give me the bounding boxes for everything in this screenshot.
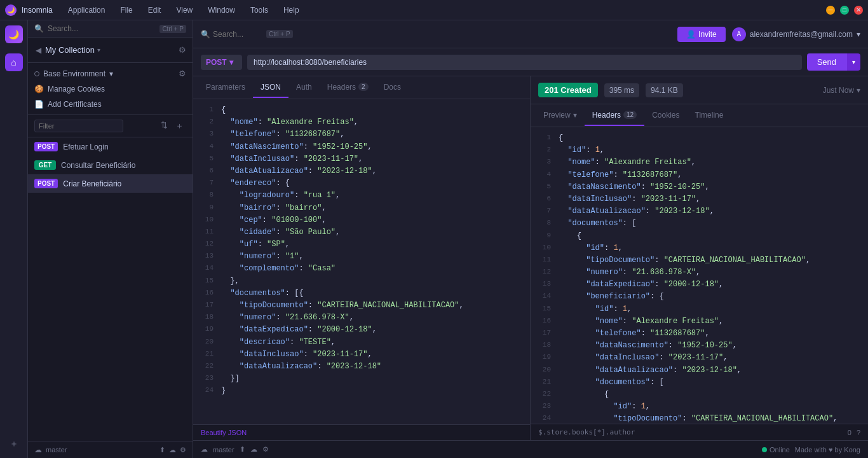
response-headers-count-badge: 12	[623, 111, 637, 119]
search-bar: 🔍 Ctrl + P	[28, 20, 193, 38]
tab-preview-label: Preview	[543, 111, 571, 120]
manage-cookies-left: 🍪 Manage Cookies	[34, 85, 105, 94]
request-name: Criar Beneficiário	[63, 179, 121, 188]
settings-bottom-icon[interactable]: ⚙	[262, 445, 269, 454]
help-icon[interactable]: ?	[857, 429, 860, 436]
add-request-icon[interactable]: ＋	[173, 119, 186, 133]
menu-edit[interactable]: Edit	[146, 4, 164, 16]
cloud-icon: ☁	[34, 445, 42, 454]
gear-icon[interactable]: ⚙	[179, 45, 186, 55]
minimize-button[interactable]: ─	[826, 6, 835, 15]
menu-tools[interactable]: Tools	[248, 4, 271, 16]
main-content: 🔍 Ctrl + P 👤 Invite A alexandremfreitas@…	[193, 20, 868, 458]
code-line: 19 "dataExpedicao": "2000-12-18",	[193, 324, 530, 336]
tab-headers-label: Headers	[327, 83, 356, 92]
sidebar-header-left: ◀ My Collection ▾	[34, 45, 100, 56]
tab-preview-chevron-icon: ▾	[573, 111, 577, 120]
titlebar-menu: Application File Edit View Window Tools …	[65, 4, 302, 16]
tab-docs[interactable]: Docs	[376, 78, 409, 98]
search-shortcut: Ctrl + P	[159, 25, 186, 33]
code-line: 6 "dataAtualizacao": "2023-12-18",	[193, 165, 530, 177]
collapse-button[interactable]: ◀	[34, 45, 43, 56]
response-body-viewer: 1{ 2 "id": 1, 3 "nome": "Alexandre Freit…	[531, 127, 868, 424]
status-badge: 201 Created	[538, 83, 598, 97]
request-body-editor[interactable]: 1{ 2 "nome": "Alexandre Freitas", 3 "tel…	[193, 99, 530, 424]
tab-response-headers[interactable]: Headers 12	[585, 106, 644, 126]
headers-count-badge: 2	[358, 83, 369, 91]
split-pane: Parameters JSON Auth Headers 2 Docs	[193, 76, 868, 440]
beautify-json-label[interactable]: Beautify JSON	[201, 429, 247, 436]
send-button[interactable]: Send	[807, 53, 846, 71]
tab-headers[interactable]: Headers 2	[320, 78, 376, 98]
method-badge-post: POST	[34, 142, 58, 151]
invite-icon: 👤	[686, 30, 696, 39]
tab-cookies[interactable]: Cookies	[644, 106, 687, 126]
env-section: Base Environment ▾ ⚙ 🍪 Manage Cookies 📄 …	[28, 63, 193, 115]
branch-label: master	[213, 446, 234, 454]
list-item[interactable]: POST Efetuar Login	[28, 137, 193, 156]
manage-cookies-item[interactable]: 🍪 Manage Cookies	[28, 81, 193, 97]
add-icon-button[interactable]: ＋	[5, 435, 23, 453]
env-gear-icon[interactable]: ⚙	[179, 69, 186, 78]
code-line: 1{	[193, 104, 530, 116]
list-item[interactable]: POST Criar Beneficiário	[28, 174, 193, 193]
code-line: 4 "dataNascimento": "1952-10-25",	[193, 141, 530, 153]
home-icon-button[interactable]: ⌂	[5, 53, 23, 71]
online-dot-icon	[762, 447, 767, 452]
cloud-sync-bottom-icon: ☁	[250, 445, 257, 454]
user-info[interactable]: A alexandremfreitas@gmail.com ▾	[732, 27, 860, 41]
time-label: Just Now	[823, 86, 854, 95]
response-bottom-bar: $.store.books[*].author 0 ?	[531, 424, 868, 440]
filter-bar: ⇅ ＋	[28, 115, 193, 137]
code-line: 15 "id": 1,	[531, 303, 868, 316]
send-dropdown-button[interactable]: ▾	[846, 53, 860, 71]
header-left: 🔍 Ctrl + P	[201, 30, 293, 39]
filter-input[interactable]	[34, 120, 123, 132]
cookie-icon: 🍪	[34, 85, 44, 94]
tab-preview[interactable]: Preview ▾	[536, 106, 585, 126]
tab-timeline[interactable]: Timeline	[688, 106, 731, 126]
method-selector[interactable]: POST ▾	[201, 55, 242, 70]
env-chevron-icon: ▾	[109, 69, 113, 78]
header-search-input[interactable]	[213, 30, 264, 39]
code-line: 10 "id": 1,	[531, 242, 868, 254]
manage-cookies-label: Manage Cookies	[48, 85, 105, 94]
code-line: 9 "bairro": "bairro",	[193, 202, 530, 214]
sidebar-logo: 🌙	[5, 25, 23, 43]
code-line: 11 "tipoDocumento": "CARTEIRA_NACIONAL_H…	[531, 254, 868, 267]
menu-help[interactable]: Help	[281, 4, 302, 16]
header-right: 👤 Invite A alexandremfreitas@gmail.com ▾	[677, 27, 860, 42]
menu-view[interactable]: View	[173, 4, 195, 16]
list-item[interactable]: GET Consultar Beneficiário	[28, 156, 193, 174]
code-line: 3 "nome": "Alexandre Freitas",	[531, 156, 868, 169]
request-panel: Parameters JSON Auth Headers 2 Docs	[193, 76, 531, 440]
maximize-button[interactable]: □	[840, 6, 849, 15]
code-line: 8 "documentos": [	[531, 218, 868, 230]
menu-window[interactable]: Window	[205, 4, 238, 16]
invite-button[interactable]: 👤 Invite	[677, 27, 726, 42]
tab-parameters[interactable]: Parameters	[198, 78, 253, 98]
tab-auth[interactable]: Auth	[288, 78, 320, 98]
search-input[interactable]	[48, 24, 156, 33]
app-logo: 🌙	[5, 4, 17, 16]
base-environment-item[interactable]: Base Environment ▾ ⚙	[28, 66, 193, 81]
sidebar-header: ◀ My Collection ▾ ⚙	[28, 38, 193, 63]
request-name: Consultar Beneficiário	[61, 161, 135, 170]
add-certificates-item[interactable]: 📄 Add Certificates	[28, 97, 193, 112]
menu-application[interactable]: Application	[65, 4, 108, 16]
menu-file[interactable]: File	[118, 4, 135, 16]
url-input[interactable]	[247, 55, 802, 70]
code-line: 11 "cidade": "São Paulo",	[193, 226, 530, 239]
code-line: 15 },	[193, 275, 530, 288]
add-certs-left: 📄 Add Certificates	[34, 100, 102, 109]
code-line: 21 "documentos": [	[531, 377, 868, 389]
sort-icon[interactable]: ⇅	[158, 119, 170, 133]
settings-icon[interactable]: ⚙	[180, 446, 186, 454]
branch-name: master	[46, 446, 67, 454]
method-badge-get: GET	[34, 160, 56, 170]
tab-json[interactable]: JSON	[253, 78, 288, 98]
close-button[interactable]: ✕	[854, 6, 863, 15]
send-button-group: Send ▾	[807, 53, 860, 71]
header-search: 🔍 Ctrl + P	[201, 30, 293, 39]
filter-actions: ⇅ ＋	[158, 119, 186, 133]
